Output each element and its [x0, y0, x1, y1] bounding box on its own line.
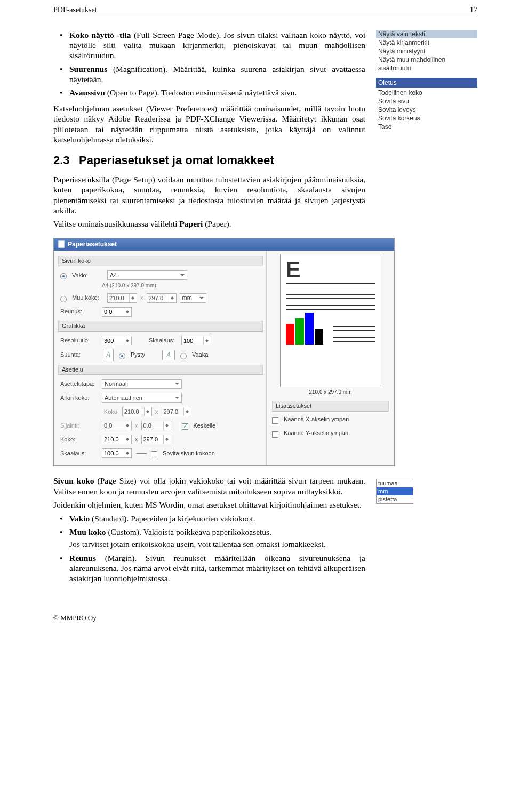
unit-option[interactable]: pistettä	[377, 495, 413, 503]
label-fit: Sovita sivun kokoon	[163, 450, 215, 457]
checkbox-flip-x[interactable]	[272, 417, 278, 424]
side-item[interactable]: Sovita korkeus	[376, 114, 477, 123]
preview-chart	[286, 313, 323, 345]
dropdown-paper-size[interactable]: A4	[107, 270, 187, 280]
page-preview: E	[280, 254, 381, 387]
paragraph: Valitse ominaisuusikkunassa välilehti Pa…	[53, 219, 365, 229]
side-item[interactable]: Näytä kirjanmerkit	[376, 38, 477, 47]
custom-height[interactable]	[147, 293, 177, 303]
label-standard: Vakio:	[72, 272, 104, 279]
side-item[interactable]: Taso	[376, 123, 477, 131]
checkbox-center[interactable]	[182, 423, 188, 430]
label-scale: Skaalaus:	[149, 337, 178, 344]
page-number: 17	[470, 5, 477, 15]
side-list-magnification: Oletus Todellinen koko Sovita sivu Sovit…	[376, 78, 477, 131]
label-layout-mode: Asettelutapa:	[60, 381, 99, 388]
label-orientation: Suunta:	[60, 351, 99, 359]
side-item[interactable]: Sovita leveys	[376, 106, 477, 114]
label-flip-x: Käännä X-akselin ympäri	[284, 416, 349, 423]
pos-x[interactable]	[102, 421, 132, 430]
portrait-icon: A	[103, 349, 114, 361]
paper-settings-dialog: Paperiasetukset Sivun koko Vakio: A4 A4 …	[53, 238, 395, 467]
size2-h[interactable]	[162, 407, 191, 416]
paragraph: Joidenkin ohjelmien, kuten MS Wordin, om…	[53, 500, 365, 510]
paper-size-note: A4 (210.0 x 297.0 mm)	[102, 283, 261, 290]
scale-value[interactable]	[181, 336, 211, 345]
bullet-item: Muu koko (Custom). Vakioista poikkeava p…	[69, 527, 365, 550]
bullet-item: Vakio (Standard). Papereiden ja kirjekuo…	[69, 513, 365, 524]
side-item[interactable]: Näytä miniatyyrit	[376, 47, 477, 55]
label-position: Sijainti:	[60, 422, 99, 430]
label-scale2: Skaalaus:	[60, 450, 99, 457]
bullet-item: Suurennus (Magnification). Määrittää, ku…	[69, 64, 365, 85]
radio-standard[interactable]	[60, 273, 67, 279]
radio-portrait[interactable]	[119, 353, 125, 359]
size3-w[interactable]	[102, 435, 132, 444]
section-heading: 2.3Paperiasetukset ja omat lomakkeet	[53, 153, 365, 168]
radio-landscape[interactable]	[180, 353, 187, 359]
paragraph: Katseluohjelman asetukset (Viewer Prefer…	[53, 103, 365, 145]
dialog-title: Paperiasetukset	[68, 240, 117, 248]
label-resolution: Resoluutio:	[60, 337, 99, 344]
units-list: tuumaa mm pistettä	[376, 479, 413, 504]
footer-copyright: © MMPRO Oy	[53, 614, 477, 622]
unit-option[interactable]: tuumaa	[377, 479, 413, 487]
label-landscape: Vaaka	[192, 351, 208, 359]
radio-custom[interactable]	[60, 296, 67, 302]
dropdown-sheet-size[interactable]: Automaattinen	[102, 393, 182, 403]
unit-option[interactable]: mm	[377, 487, 413, 495]
bullet-item: Reunus (Margin). Sivun reunukset määrite…	[69, 553, 365, 584]
side-item[interactable]: Näytä muu mahdollinen sisältöruutu	[376, 55, 477, 73]
preview-caption: 210.0 x 297.0 mm	[309, 389, 351, 396]
label-portrait: Pysty	[131, 351, 145, 359]
dropdown-layout-mode[interactable]: Normaali	[102, 379, 182, 389]
checkbox-fit[interactable]	[151, 451, 157, 457]
label-size3: Koko:	[60, 436, 99, 444]
group-page-size: Sivun koko	[58, 256, 263, 267]
bullet-item: Koko näyttö -tila (Full Screen Page Mode…	[69, 30, 365, 61]
side-list-fullscreen: Näytä vain teksti Näytä kirjanmerkit Näy…	[376, 30, 477, 73]
paragraph: Paperiasetuksilla (Page Setup) voidaan m…	[53, 174, 365, 216]
label-sheet-size: Arkin koko:	[60, 395, 99, 402]
label-size2: Koko:	[60, 408, 119, 416]
size2-w[interactable]	[122, 407, 152, 416]
bullet-item: Avaussivu (Open to Page). Tiedoston ensi…	[69, 87, 365, 98]
document-icon	[58, 240, 65, 248]
header-rule	[53, 17, 477, 17]
size3-h[interactable]	[141, 435, 171, 444]
group-layout: Asettelu	[58, 365, 263, 375]
dialog-titlebar: Paperiasetukset	[54, 238, 394, 251]
dropdown-unit[interactable]: mm	[180, 293, 206, 303]
side-item[interactable]: Sovita sivu	[376, 97, 477, 106]
label-center: Keskelle	[194, 422, 216, 430]
pos-y[interactable]	[141, 421, 171, 430]
header-title: PDF-asetukset	[53, 5, 97, 15]
checkbox-flip-y[interactable]	[272, 431, 278, 438]
landscape-icon: A	[162, 350, 175, 360]
resolution-value[interactable]	[102, 336, 132, 345]
label-custom: Muu koko:	[72, 294, 104, 302]
side-item[interactable]: Todellinen koko	[376, 89, 477, 97]
scale2[interactable]	[102, 448, 132, 458]
custom-width[interactable]	[107, 293, 137, 303]
label-margin: Reunus:	[60, 308, 99, 316]
side-list-title: Oletus	[376, 78, 477, 87]
group-advanced: Lisäasetukset	[272, 401, 389, 412]
side-item[interactable]: Näytä vain teksti	[376, 30, 477, 38]
label-flip-y: Käännä Y-akselin ympäri	[284, 430, 348, 437]
paragraph: Sivun koko (Page Size) voi olla jokin va…	[53, 476, 365, 496]
group-graphics: Grafiikka	[58, 321, 263, 332]
margin-value[interactable]	[102, 307, 132, 317]
